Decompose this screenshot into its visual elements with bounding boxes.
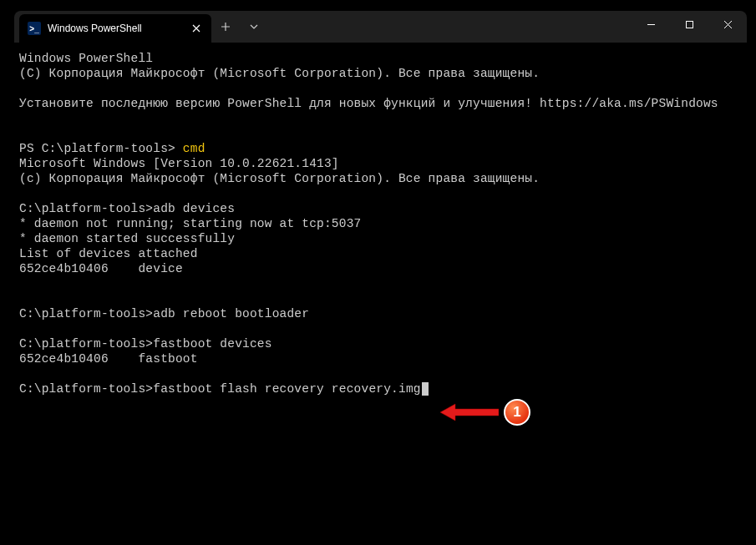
terminal-line: Windows PowerShell: [19, 51, 742, 66]
minimize-icon: [647, 20, 656, 29]
terminal-line: (c) Корпорация Майкрософт (Microsoft Cor…: [19, 171, 742, 186]
close-window-button[interactable]: [708, 11, 747, 38]
terminal-line: [19, 366, 742, 381]
prompt-text: C:\platform-tools>: [19, 382, 153, 396]
chevron-down-icon: [250, 24, 258, 29]
command-text: adb devices: [153, 202, 235, 215]
cursor: [422, 382, 429, 396]
command-text: fastboot devices: [153, 337, 271, 351]
terminal-line: List of devices attached: [19, 246, 742, 261]
window-controls: [632, 11, 747, 43]
terminal-window: >_ Windows PowerShell: [14, 11, 747, 537]
terminal-line: [19, 186, 742, 201]
close-icon: [192, 24, 200, 33]
terminal-line: [19, 126, 742, 141]
outer-border: >_ Windows PowerShell: [0, 0, 756, 545]
terminal-line: C:\platform-tools>fastboot flash recover…: [19, 381, 742, 396]
tab-close-button[interactable]: [190, 22, 203, 35]
tab-title: Windows PowerShell: [48, 23, 183, 34]
terminal-line: [19, 111, 742, 126]
command-text: adb reboot bootloader: [153, 307, 309, 320]
maximize-button[interactable]: [670, 11, 708, 38]
terminal-line: C:\platform-tools>adb devices: [19, 201, 742, 216]
terminal-line: * daemon started successfully: [19, 231, 742, 246]
prompt-text: C:\platform-tools>: [19, 202, 153, 215]
command-text: fastboot flash recovery recovery.img: [153, 382, 420, 396]
titlebar: >_ Windows PowerShell: [14, 11, 747, 43]
terminal-content[interactable]: Windows PowerShell(C) Корпорация Майкрос…: [14, 43, 747, 537]
close-icon: [723, 20, 733, 29]
prompt-text: C:\platform-tools>: [19, 337, 153, 351]
maximize-icon: [685, 20, 694, 29]
terminal-line: 652ce4b10406 device: [19, 261, 742, 276]
terminal-line: Установите последнюю версию PowerShell д…: [19, 96, 742, 111]
terminal-line: [19, 291, 742, 306]
tab-powershell[interactable]: >_ Windows PowerShell: [19, 14, 211, 43]
terminal-line: * daemon not running; starting now at tc…: [19, 216, 742, 231]
terminal-line: C:\platform-tools>fastboot devices: [19, 336, 742, 351]
command-text: cmd: [183, 142, 205, 155]
terminal-line: [19, 81, 742, 96]
tab-actions: [211, 11, 268, 43]
terminal-line: [19, 276, 742, 291]
plus-icon: [221, 23, 230, 31]
terminal-line: Microsoft Windows [Version 10.0.22621.14…: [19, 156, 742, 171]
prompt-text: PS C:\platform-tools>: [19, 142, 183, 155]
new-tab-button[interactable]: [211, 13, 240, 41]
prompt-text: C:\platform-tools>: [19, 307, 153, 320]
terminal-line: [19, 321, 742, 336]
svg-rect-0: [686, 21, 693, 28]
tab-dropdown-button[interactable]: [240, 13, 268, 41]
terminal-line: (C) Корпорация Майкрософт (Microsoft Cor…: [19, 66, 742, 81]
powershell-icon: >_: [28, 22, 41, 35]
terminal-line: PS C:\platform-tools> cmd: [19, 141, 742, 156]
minimize-button[interactable]: [632, 11, 670, 38]
terminal-line: C:\platform-tools>adb reboot bootloader: [19, 306, 742, 321]
terminal-line: 652ce4b10406 fastboot: [19, 351, 742, 366]
